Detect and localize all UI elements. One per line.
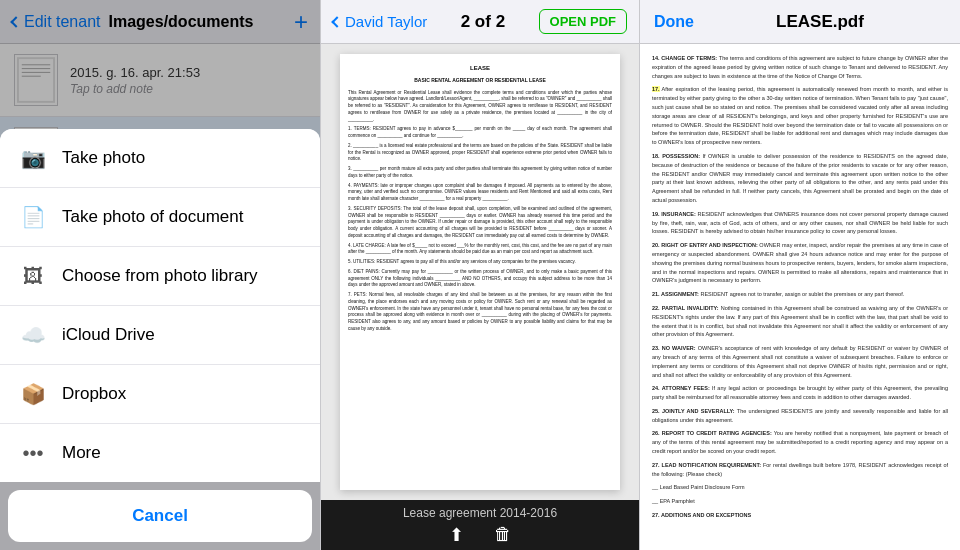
right-panel-title: LEASE.pdf xyxy=(694,12,946,32)
choose-library-action[interactable]: 🖼 Choose from photo library xyxy=(0,247,320,306)
icloud-action[interactable]: ☁️ iCloud Drive xyxy=(0,306,320,365)
right-panel: Done LEASE.pdf 14. CHANGE OF TERMS: The … xyxy=(640,0,960,550)
lease-document-preview: LEASE BASIC RENTAL AGREEMENT OR RESIDENT… xyxy=(340,54,620,490)
middle-panel: David Taylor 2 of 2 OPEN PDF LEASE BASIC… xyxy=(320,0,640,550)
lease-paragraph-2: 1. TERMS: RESIDENT agrees to pay in adva… xyxy=(348,126,612,140)
right-para-epa: __ EPA Pamphlet xyxy=(652,497,948,506)
right-para-27-additions: 27. ADDITIONS AND OR EXCEPTIONS xyxy=(652,511,948,520)
done-button[interactable]: Done xyxy=(654,13,694,31)
right-top-bar: Done LEASE.pdf xyxy=(640,0,960,44)
action-sheet: 📷 Take photo 📄 Take photo of document 🖼 … xyxy=(0,129,320,482)
lease-caption: Lease agreement 2014-2016 xyxy=(321,506,639,520)
page-indicator: 2 of 2 xyxy=(427,12,538,32)
right-para-24: 24. ATTORNEY FEES: If any legal action o… xyxy=(652,384,948,402)
take-photo-action[interactable]: 📷 Take photo xyxy=(0,129,320,188)
open-pdf-button[interactable]: OPEN PDF xyxy=(539,9,627,34)
lease-paragraph-3: 2. __________ is a licensed real estate … xyxy=(348,143,612,163)
right-para-19: 19. INSURANCE: RESIDENT acknowledges tha… xyxy=(652,210,948,236)
right-para-lead-paint: __ Lead Based Paint Disclosure Form xyxy=(652,483,948,492)
camera-icon: 📷 xyxy=(18,143,48,173)
take-photo-doc-label: Take photo of document xyxy=(62,207,243,227)
lease-paragraph-5: 4. PAYMENTS: late or improper changes up… xyxy=(348,183,612,203)
lease-paragraph-4: 3. __________ per month mature all extra… xyxy=(348,166,612,180)
document-camera-icon: 📄 xyxy=(18,202,48,232)
right-panel-content: 14. CHANGE OF TERMS: The terms and condi… xyxy=(640,44,960,550)
right-para-20: 20. RIGHT OF ENTRY AND INSPECTION: OWNER… xyxy=(652,241,948,285)
right-para-27-lead: 27. LEAD NOTIFICATION REQUIREMENT: For r… xyxy=(652,461,948,479)
lease-paragraph-1: This Rental Agreement or Residential Lea… xyxy=(348,90,612,124)
trash-icon[interactable]: 🗑 xyxy=(494,524,512,546)
right-para-25: 25. JOINTLY AND SEVERALLY: The undersign… xyxy=(652,407,948,425)
lease-paragraph-9: 6. DIET PAINS: Currently may pay for ___… xyxy=(348,269,612,289)
dropbox-label: Dropbox xyxy=(62,384,126,404)
middle-content: LEASE BASIC RENTAL AGREEMENT OR RESIDENT… xyxy=(321,44,639,500)
share-icon[interactable]: ⬆ xyxy=(449,524,464,546)
right-para-21: 21. ASSIGNMENT: RESIDENT agrees not to t… xyxy=(652,290,948,299)
back-to-tenant-button[interactable]: David Taylor xyxy=(333,13,427,30)
middle-top-bar: David Taylor 2 of 2 OPEN PDF xyxy=(321,0,639,44)
dropbox-action[interactable]: 📦 Dropbox xyxy=(0,365,320,424)
right-para-26: 26. REPORT TO CREDIT RATING AGENCIES: Yo… xyxy=(652,429,948,455)
right-para-14: 14. CHANGE OF TERMS: The terms and condi… xyxy=(652,54,948,80)
more-label: More xyxy=(62,443,101,463)
lease-paragraph-8: 5. UTILITIES: RESIDENT agrees to pay all… xyxy=(348,259,612,266)
caption-bar: Lease agreement 2014-2016 ⬆ 🗑 xyxy=(321,500,639,550)
right-para-18: 18. POSSESSION: If OWNER is unable to de… xyxy=(652,152,948,205)
photo-library-icon: 🖼 xyxy=(18,261,48,291)
tenant-name-back-label: David Taylor xyxy=(345,13,427,30)
lease-title: LEASE xyxy=(348,64,612,73)
icloud-label: iCloud Drive xyxy=(62,325,155,345)
chevron-left-icon-middle xyxy=(331,16,342,27)
take-photo-doc-action[interactable]: 📄 Take photo of document xyxy=(0,188,320,247)
lease-subtitle: BASIC RENTAL AGREEMENT OR RESIDENTIAL LE… xyxy=(348,77,612,85)
right-para-17: 17. After expiration of the leasing peri… xyxy=(652,85,948,147)
cancel-button[interactable]: Cancel xyxy=(8,490,312,542)
right-para-22: 22. PARTIAL INVALIDITY: Nothing containe… xyxy=(652,304,948,339)
action-sheet-overlay: 📷 Take photo 📄 Take photo of document 🖼 … xyxy=(0,0,320,550)
lease-paragraph-10: 7. PETS: Normal fees, all resolvable cha… xyxy=(348,292,612,333)
dropbox-icon: 📦 xyxy=(18,379,48,409)
lease-paragraph-6: 3. SECURITY DEPOSITS: The total of the l… xyxy=(348,206,612,240)
left-panel: Edit tenant Images/documents + 2015. g. … xyxy=(0,0,320,550)
right-para-23: 23. NO WAIVER: OWNER's acceptance of ren… xyxy=(652,344,948,379)
icloud-icon: ☁️ xyxy=(18,320,48,350)
lease-paragraph-7: 4. LATE CHARGE: A late fee of $_____ not… xyxy=(348,243,612,257)
more-icon: ••• xyxy=(18,438,48,468)
more-action[interactable]: ••• More xyxy=(0,424,320,482)
choose-library-label: Choose from photo library xyxy=(62,266,258,286)
take-photo-label: Take photo xyxy=(62,148,145,168)
